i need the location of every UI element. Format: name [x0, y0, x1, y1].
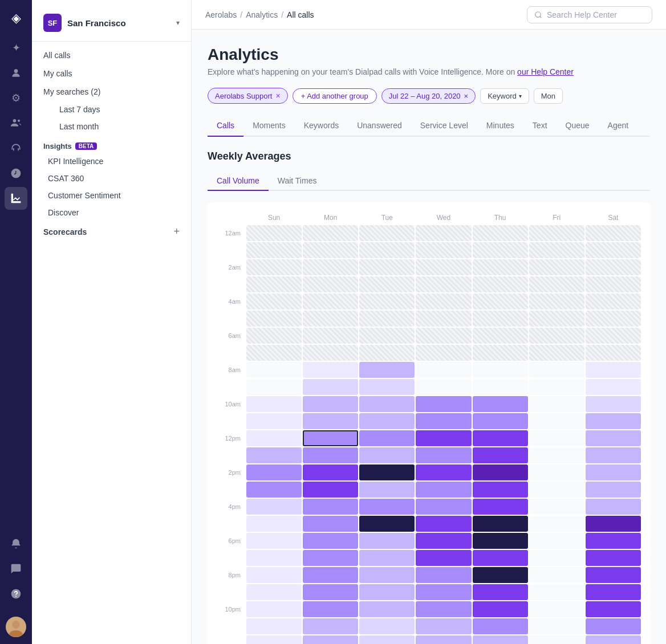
tab-unanswered[interactable]: Unanswered — [348, 115, 411, 137]
heatmap-cell[interactable] — [473, 345, 528, 361]
heatmap-cell[interactable] — [586, 259, 641, 275]
person-icon[interactable] — [5, 62, 27, 84]
sidebar-item-last-month[interactable]: Last month — [48, 118, 186, 135]
heatmap-cell[interactable] — [246, 294, 302, 309]
heatmap-cell[interactable] — [473, 635, 528, 644]
remove-date-button[interactable]: × — [464, 92, 469, 100]
heatmap-cell[interactable] — [246, 584, 302, 600]
heatmap-cell[interactable] — [246, 447, 302, 463]
heatmap-cell[interactable] — [359, 345, 415, 361]
sparkle-icon[interactable]: ✦ — [5, 36, 27, 59]
heatmap-cell[interactable] — [416, 482, 471, 498]
heatmap-cell[interactable] — [359, 499, 415, 515]
heatmap-cell[interactable] — [359, 550, 415, 566]
heatmap-cell[interactable] — [246, 567, 302, 583]
heatmap-cell[interactable] — [359, 447, 415, 463]
heatmap-cell[interactable] — [586, 396, 641, 412]
heatmap-cell[interactable] — [586, 379, 641, 395]
heatmap-cell[interactable] — [246, 601, 302, 617]
heatmap-cell[interactable] — [246, 413, 302, 429]
heatmap-cell[interactable] — [529, 533, 584, 549]
heatmap-cell[interactable] — [416, 499, 471, 515]
heatmap-cell[interactable] — [586, 311, 641, 327]
avatar[interactable] — [6, 617, 26, 637]
heatmap-cell[interactable] — [586, 499, 641, 515]
heatmap-cell[interactable] — [416, 345, 471, 361]
heatmap-cell[interactable] — [473, 311, 528, 327]
heatmap-cell[interactable] — [359, 533, 415, 549]
sidebar-item-last-7-days[interactable]: Last 7 days — [48, 101, 186, 118]
heatmap-cell[interactable] — [529, 550, 584, 566]
sidebar-item-all-calls[interactable]: All calls — [36, 46, 186, 64]
heatmap-cell[interactable] — [303, 259, 358, 275]
keyword-filter[interactable]: Keyword ▾ — [480, 88, 529, 104]
heatmap-cell[interactable] — [473, 328, 528, 344]
chat-icon[interactable] — [5, 557, 27, 580]
heatmap-cell[interactable] — [359, 396, 415, 412]
heatmap-cell[interactable] — [529, 447, 584, 463]
heatmap-cell[interactable] — [416, 362, 471, 378]
heatmap-cell[interactable] — [246, 464, 302, 480]
heatmap-cell[interactable] — [529, 464, 584, 480]
heatmap-cell[interactable] — [303, 533, 358, 549]
heatmap-cell[interactable] — [359, 276, 415, 292]
heatmap-cell[interactable] — [303, 379, 358, 395]
heatmap-cell[interactable] — [586, 601, 641, 617]
add-group-button[interactable]: + Add another group — [293, 88, 377, 104]
heatmap-cell[interactable] — [246, 516, 302, 532]
heatmap-cell[interactable] — [303, 584, 358, 600]
heatmap-cell[interactable] — [359, 328, 415, 344]
heatmap-cell[interactable] — [529, 242, 584, 258]
heatmap-cell[interactable] — [246, 396, 302, 412]
heatmap-cell[interactable] — [246, 242, 302, 258]
heatmap-cell[interactable] — [586, 294, 641, 309]
heatmap-cell[interactable] — [303, 447, 358, 463]
heatmap-cell[interactable] — [586, 225, 641, 241]
heatmap-cell[interactable] — [473, 379, 528, 395]
date-range-filter[interactable]: Jul 22 – Aug 20, 2020 × — [381, 88, 476, 104]
sidebar-item-my-searches[interactable]: My searches (2) — [36, 83, 186, 101]
heatmap-cell[interactable] — [586, 482, 641, 498]
heatmap-cell[interactable] — [246, 430, 302, 446]
heatmap-cell[interactable] — [416, 584, 471, 600]
heatmap-cell[interactable] — [246, 259, 302, 275]
heatmap-cell[interactable] — [529, 328, 584, 344]
heatmap-cell[interactable] — [416, 533, 471, 549]
heatmap-cell[interactable] — [473, 430, 528, 446]
heatmap-cell[interactable] — [303, 618, 358, 634]
heatmap-cell[interactable] — [473, 447, 528, 463]
recent-icon[interactable] — [5, 162, 27, 185]
heatmap-cell[interactable] — [246, 533, 302, 549]
heatmap-cell[interactable] — [529, 482, 584, 498]
heatmap-cell[interactable] — [586, 413, 641, 429]
heatmap-cell[interactable] — [359, 464, 415, 480]
heatmap-cell[interactable] — [473, 482, 528, 498]
heatmap-cell[interactable] — [246, 345, 302, 361]
bell-icon[interactable] — [5, 532, 27, 555]
heatmap-cell[interactable] — [246, 482, 302, 498]
heatmap-cell[interactable] — [359, 362, 415, 378]
heatmap-cell[interactable] — [303, 464, 358, 480]
heatmap-cell[interactable] — [529, 635, 584, 644]
heatmap-cell[interactable] — [303, 430, 358, 446]
add-scorecard-button[interactable]: + — [173, 226, 180, 238]
heatmap-cell[interactable] — [416, 276, 471, 292]
heatmap-cell[interactable] — [359, 294, 415, 309]
heatmap-cell[interactable] — [529, 499, 584, 515]
heatmap-cell[interactable] — [586, 550, 641, 566]
heatmap-cell[interactable] — [473, 396, 528, 412]
heatmap-cell[interactable] — [529, 294, 584, 309]
heatmap-cell[interactable] — [359, 259, 415, 275]
heatmap-cell[interactable] — [246, 311, 302, 327]
heatmap-cell[interactable] — [359, 430, 415, 446]
group-filter-tag[interactable]: Aerolabs Support × — [208, 88, 288, 104]
heatmap-cell[interactable] — [416, 550, 471, 566]
heatmap-cell[interactable] — [586, 464, 641, 480]
heatmap-cell[interactable] — [303, 635, 358, 644]
heatmap-cell[interactable] — [473, 276, 528, 292]
heatmap-cell[interactable] — [416, 567, 471, 583]
heatmap-cell[interactable] — [586, 618, 641, 634]
tab-keywords[interactable]: Keywords — [295, 115, 348, 137]
team-icon[interactable] — [5, 112, 27, 134]
heatmap-cell[interactable] — [303, 242, 358, 258]
